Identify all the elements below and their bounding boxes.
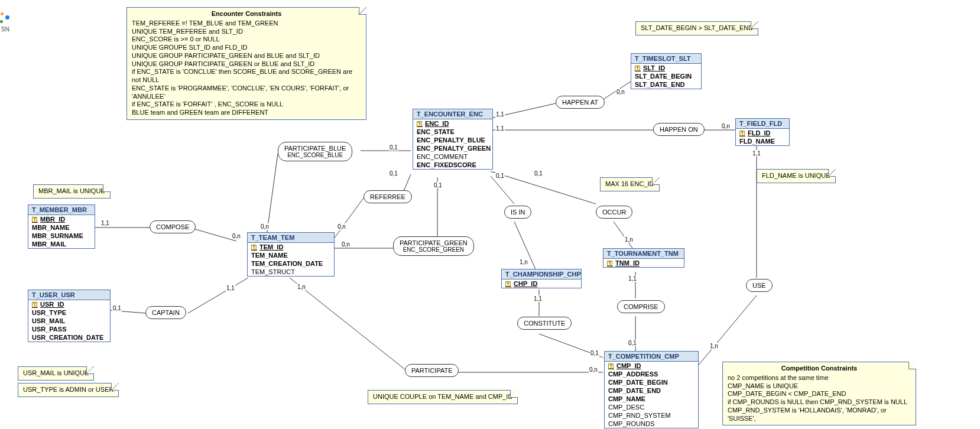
svg-line-23 (697, 295, 757, 366)
note-mbr: MBR_MAIL is UNIQUE (33, 184, 111, 199)
note-encounter-constraints: Encounter Constraints TEM_REFEREE =! TEM… (126, 7, 366, 120)
card: 1,1 (628, 275, 637, 282)
card: 0,1 (112, 305, 122, 311)
entity-timeslot[interactable]: T_TIMESLOT_SLT ⚿SLT_ID SLT_DATE_BEGIN SL… (631, 53, 702, 89)
card: 1,1 (533, 295, 543, 302)
card: 0,1 (628, 340, 637, 346)
rel-occur[interactable]: OCCUR (596, 206, 632, 219)
card: 1,1 (495, 125, 505, 132)
note-participate: UNIQUE COUPLE on TEM_NAME and CMP_ID (368, 390, 518, 404)
entity-championship[interactable]: T_CHAMPIONSHIP_CHP ⚿CHP_ID (501, 269, 582, 288)
card: 0,n (341, 241, 351, 248)
card: 0,1 (534, 170, 543, 177)
erd-canvas: SN Encounter Constraints TEM_REFEREE =! … (0, 0, 980, 429)
rel-constitute[interactable]: CONSTITUTE (517, 317, 572, 330)
entity-member[interactable]: T_MEMBER_MBR ⚿MBR_ID MBR_NAME MBR_SURNAM… (28, 204, 95, 249)
key-icon: ⚿ (608, 363, 614, 369)
rel-comprise[interactable]: COMPRISE (617, 300, 665, 313)
svg-line-7 (333, 198, 364, 239)
svg-line-13 (614, 222, 632, 248)
app-logo-icon (0, 11, 14, 27)
note-usr2: USR_TYPE is ADMIN or USER (18, 383, 119, 397)
key-icon: ⚿ (607, 260, 613, 266)
note-slt: SLT_DATE_BEGIN > SLT_DATE_END (635, 21, 758, 35)
rel-participate[interactable]: PARTICIPATE (405, 364, 459, 377)
entity-user[interactable]: T_USER_USR ⚿USR_ID USR_TYPE USR_MAIL USR… (28, 290, 111, 342)
note-usr1: USR_MAIL is UNIQUE (18, 366, 94, 381)
svg-line-15 (189, 228, 236, 241)
card: 0,n (721, 123, 731, 129)
svg-line-10 (491, 176, 514, 204)
rel-happen-on[interactable]: HAPPEN ON (653, 123, 705, 136)
side-label: SN (1, 26, 9, 32)
svg-line-24 (290, 278, 405, 369)
card: 1,1 (495, 111, 505, 118)
card: 1,n (297, 284, 306, 290)
rel-participate-blue[interactable]: PARTICIPATE_BLUEENC_SCORE_BLUE (278, 142, 352, 161)
card: 1,1 (100, 220, 110, 226)
key-icon: ⚿ (251, 244, 257, 251)
card: 1,n (709, 343, 719, 349)
key-icon: ⚿ (505, 281, 511, 287)
rel-use[interactable]: USE (746, 279, 773, 292)
card: 0,n (337, 223, 346, 230)
card: 0,1 (389, 144, 398, 151)
rel-is-in[interactable]: IS IN (504, 206, 531, 219)
card: 1,n (519, 259, 528, 265)
entity-competition[interactable]: T_COMPETITION_CMP ⚿CMP_ID CMP_ADDRESS CM… (604, 351, 699, 428)
note-fld: FLD_NAME is UNIQUE (757, 169, 836, 183)
key-icon: ⚿ (32, 301, 38, 308)
card: 0,1 (433, 182, 443, 188)
card: 0,1 (495, 173, 505, 179)
entity-tournament[interactable]: T_TOURNAMENT_TNM ⚿TNM_ID (603, 248, 684, 268)
rel-captain[interactable]: CAPTAIN (145, 306, 186, 319)
note-competition-constraints: Competition Constraints no 2 competition… (722, 362, 916, 425)
key-icon: ⚿ (739, 130, 745, 136)
card: 1,1 (752, 150, 761, 157)
entity-team[interactable]: T_TEAM_TEM ⚿TEM_ID TEM_NAME TEM_CREATION… (247, 232, 335, 277)
card: 0,n (260, 223, 270, 230)
key-icon: ⚿ (635, 65, 641, 72)
card: 1,1 (226, 285, 235, 291)
key-icon: ⚿ (32, 216, 38, 223)
note-max16: MAX 16 ENC_ID (600, 177, 660, 191)
card: 0,n (232, 233, 241, 239)
card: 0,n (616, 89, 625, 95)
svg-line-17 (188, 278, 248, 313)
rel-compose[interactable]: COMPOSE (150, 220, 196, 233)
entity-encounter[interactable]: T_ENCOUNTER_ENC ⚿ENC_ID ENC_STATE ENC_PE… (413, 109, 493, 170)
card: 1,n (624, 236, 634, 243)
svg-line-12 (491, 171, 596, 204)
key-icon: ⚿ (417, 121, 423, 127)
entity-field[interactable]: T_FIELD_FLD ⚿FLD_ID FLD_NAME (735, 118, 790, 146)
rel-happen-at[interactable]: HAPPEN AT (556, 96, 605, 109)
card: 0,1 (590, 350, 599, 356)
rel-referree[interactable]: REFERREE (364, 190, 412, 203)
rel-participate-green[interactable]: PARTICIPATE_GREENENC_SCORE_GREEN (393, 236, 474, 256)
card: 0,n (589, 366, 598, 373)
card: 0,1 (389, 170, 398, 177)
